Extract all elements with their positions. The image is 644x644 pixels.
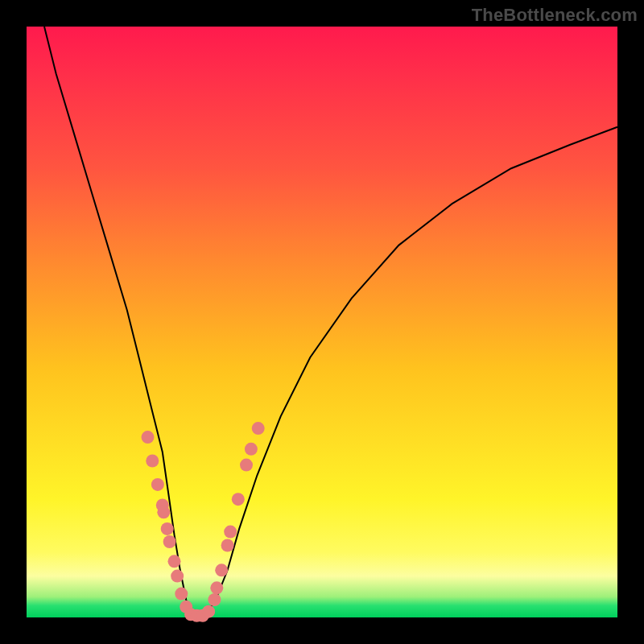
curve-marker — [146, 455, 159, 468]
curve-marker — [171, 570, 184, 583]
curve-marker — [168, 555, 181, 568]
curve-marker — [245, 443, 258, 456]
curve-marker — [240, 459, 253, 472]
curve-marker — [208, 593, 221, 606]
curve-markers — [142, 422, 265, 622]
curve-marker — [157, 506, 170, 518]
curve-marker — [224, 526, 237, 539]
curve-marker — [252, 422, 265, 435]
curve-marker — [210, 581, 223, 594]
chart-svg — [27, 27, 617, 617]
curve-marker — [232, 493, 245, 506]
chart-plot-area — [27, 27, 617, 617]
watermark-text: TheBottleneck.com — [472, 5, 638, 26]
curve-marker — [142, 431, 155, 444]
curve-marker — [175, 588, 188, 601]
curve-marker — [215, 564, 228, 576]
bottleneck-curve — [44, 27, 617, 617]
curve-marker — [161, 522, 174, 535]
curve-marker — [163, 535, 176, 548]
curve-marker — [151, 478, 164, 491]
chart-frame: TheBottleneck.com — [0, 0, 644, 644]
curve-marker — [202, 605, 215, 618]
curve-marker — [221, 539, 234, 552]
